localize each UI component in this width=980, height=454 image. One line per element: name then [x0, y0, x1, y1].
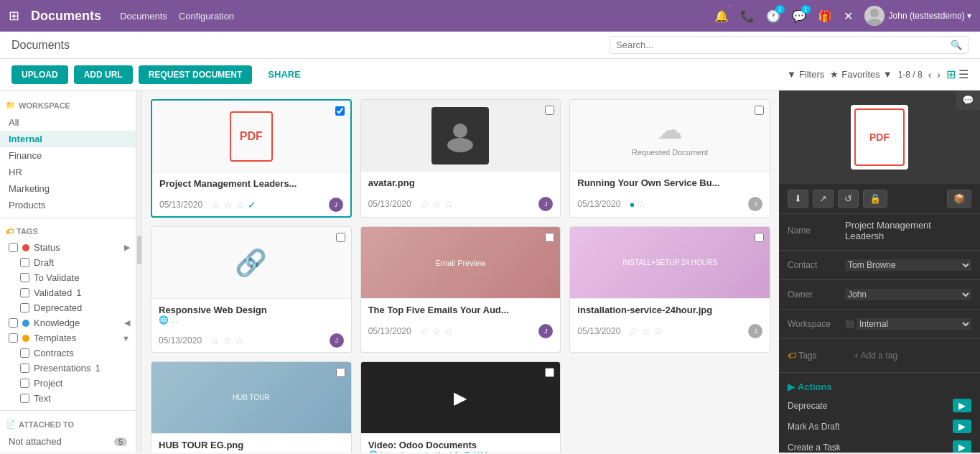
- sidebar-item-marketing[interactable]: Marketing: [0, 180, 136, 197]
- document-card-1[interactable]: PDF Project Management Leaders... 05/13/…: [151, 99, 352, 218]
- owner-select[interactable]: John: [845, 289, 971, 300]
- workspace-select[interactable]: Internal: [857, 318, 971, 330]
- doc-checkbox-6[interactable]: [755, 233, 764, 242]
- doc-checkbox-2[interactable]: [545, 106, 554, 115]
- doc-checkbox-4[interactable]: [336, 233, 345, 242]
- tags-knowledge-item[interactable]: Knowledge ◀: [0, 315, 136, 330]
- tags-templates-item[interactable]: Templates ▼: [0, 330, 136, 346]
- star-12[interactable]: ☆: [432, 325, 442, 337]
- sidebar-item-finance[interactable]: Finance: [0, 147, 136, 164]
- doc-checkbox-7[interactable]: [336, 368, 345, 377]
- star-16[interactable]: ☆: [653, 325, 663, 337]
- add-url-button[interactable]: ADD URL: [74, 65, 133, 84]
- contact-select[interactable]: Tom Browne: [845, 259, 971, 271]
- document-card-3[interactable]: ☁ Requested Document Running Your Own Se…: [569, 99, 770, 218]
- favorites-button[interactable]: ★ Favorites ▼: [830, 69, 892, 80]
- templates-presentations-item[interactable]: Presentations 1: [0, 361, 136, 376]
- archive-button[interactable]: 📦: [947, 190, 971, 208]
- templates-project-checkbox[interactable]: [20, 379, 29, 388]
- status-draft-checkbox[interactable]: [20, 258, 29, 267]
- status-deprecated-item[interactable]: Deprecated: [0, 300, 136, 315]
- grid-view-button[interactable]: ⊞: [946, 68, 956, 81]
- star-2[interactable]: ☆: [223, 199, 233, 210]
- status-deprecated-checkbox[interactable]: [20, 303, 29, 312]
- star-13[interactable]: ☆: [444, 325, 454, 337]
- templates-text-item[interactable]: Text: [0, 391, 136, 406]
- status-tovalidate-item[interactable]: To Validate: [0, 270, 136, 285]
- templates-contracts-item[interactable]: Contracts: [0, 346, 136, 361]
- status-validated-item[interactable]: Validated 1: [0, 285, 136, 300]
- star-3[interactable]: ☆: [235, 199, 245, 210]
- templates-contracts-checkbox[interactable]: [20, 348, 29, 358]
- link-icon: 🔗: [235, 248, 267, 278]
- download-button[interactable]: ⬇: [788, 190, 808, 208]
- star-8[interactable]: ☆: [210, 335, 220, 346]
- doc-checkbox-1[interactable]: [335, 106, 345, 116]
- search-icon: 🔍: [951, 40, 962, 50]
- upload-button[interactable]: UPLOAD: [11, 65, 68, 84]
- document-card-4[interactable]: 🔗 Responsive Web Design 🌐 ... 05/13/2020…: [151, 226, 352, 353]
- deprecate-button[interactable]: ▶: [953, 399, 971, 412]
- nav-configuration[interactable]: Configuration: [179, 11, 234, 22]
- comment-button[interactable]: 💬: [956, 91, 980, 110]
- status-draft-item[interactable]: Draft: [0, 255, 136, 270]
- document-card-2[interactable]: avatar.png 05/13/2020 ☆ ☆ ☆ J: [360, 99, 561, 218]
- tags-input[interactable]: [845, 348, 971, 363]
- sidebar-item-internal[interactable]: Internal: [0, 131, 136, 147]
- tags-status-item[interactable]: Status ▶: [0, 240, 136, 255]
- search-input[interactable]: [616, 40, 951, 50]
- star-11[interactable]: ☆: [420, 325, 429, 337]
- sidebar-item-all[interactable]: All: [0, 114, 136, 131]
- doc-checkbox-5[interactable]: [545, 233, 554, 242]
- lock-button[interactable]: 🔒: [863, 190, 887, 208]
- prev-page-button[interactable]: ‹: [928, 69, 932, 80]
- star-1[interactable]: ☆: [211, 199, 220, 210]
- star-9[interactable]: ☆: [223, 335, 232, 346]
- document-card-8[interactable]: ▶ Video: Odoo Documents 🌐 https://youtu.…: [360, 361, 561, 453]
- templates-text-checkbox[interactable]: [20, 394, 29, 403]
- notification-icon[interactable]: 🔔: [714, 9, 729, 23]
- request-document-button[interactable]: REQUEST DOCUMENT: [139, 65, 253, 84]
- phone-icon[interactable]: 📞: [740, 9, 755, 23]
- sidebar-scrollbar[interactable]: [136, 91, 142, 453]
- tags-templates-checkbox[interactable]: [9, 333, 18, 343]
- list-view-button[interactable]: ☰: [958, 68, 969, 81]
- share-button[interactable]: SHARE: [258, 65, 311, 84]
- star-7[interactable]: ☆: [638, 198, 647, 210]
- status-validated-checkbox[interactable]: [20, 288, 29, 297]
- sidebar-not-attached[interactable]: Not attached 5: [0, 433, 136, 450]
- nav-documents[interactable]: Documents: [120, 11, 167, 22]
- sidebar-not-a-file[interactable]: Not a file 2: [0, 450, 136, 453]
- next-page-button[interactable]: ›: [937, 69, 941, 80]
- sidebar-item-products[interactable]: Products: [0, 197, 136, 213]
- status-tovalidate-checkbox[interactable]: [20, 273, 29, 282]
- templates-project-item[interactable]: Project: [0, 376, 136, 391]
- tags-status-checkbox[interactable]: [9, 243, 18, 252]
- document-card-5[interactable]: Email Preview The Top Five Emails Your A…: [360, 226, 561, 353]
- doc-checkbox-8[interactable]: [545, 368, 554, 377]
- star-4[interactable]: ☆: [420, 198, 429, 210]
- star-14[interactable]: ☆: [629, 325, 638, 337]
- star-6[interactable]: ☆: [444, 198, 454, 210]
- app-grid-icon[interactable]: ⊞: [9, 8, 19, 24]
- share-panel-button[interactable]: ↗: [813, 190, 834, 208]
- actions-title[interactable]: ▶ Actions: [779, 376, 980, 395]
- tags-knowledge-checkbox[interactable]: [9, 318, 18, 328]
- gift-icon[interactable]: 🎁: [818, 9, 832, 23]
- chat-icon[interactable]: 💬1: [792, 9, 806, 23]
- star-5[interactable]: ☆: [432, 198, 442, 210]
- filters-button[interactable]: ▼ Filters: [787, 69, 824, 80]
- document-card-6[interactable]: INSTALL+SETUP 24 HOURS installation-serv…: [569, 226, 770, 353]
- user-menu[interactable]: John (testtestdemo) ▾: [864, 6, 971, 26]
- star-15[interactable]: ☆: [641, 325, 650, 337]
- star-10[interactable]: ☆: [235, 335, 244, 346]
- mark-draft-button[interactable]: ▶: [953, 420, 971, 433]
- clock-icon[interactable]: 🕐1: [766, 9, 780, 23]
- sidebar-item-hr[interactable]: HR: [0, 164, 136, 180]
- doc-checkbox-3[interactable]: [755, 106, 764, 115]
- document-card-7[interactable]: HUB TOUR HUB TOUR EG.png 05/13/2020 ☆ ☆ …: [151, 361, 352, 453]
- close-icon[interactable]: ✕: [844, 9, 853, 23]
- templates-presentations-checkbox[interactable]: [20, 363, 29, 373]
- create-task-button[interactable]: ▶: [953, 440, 971, 453]
- replace-button[interactable]: ↺: [838, 190, 859, 208]
